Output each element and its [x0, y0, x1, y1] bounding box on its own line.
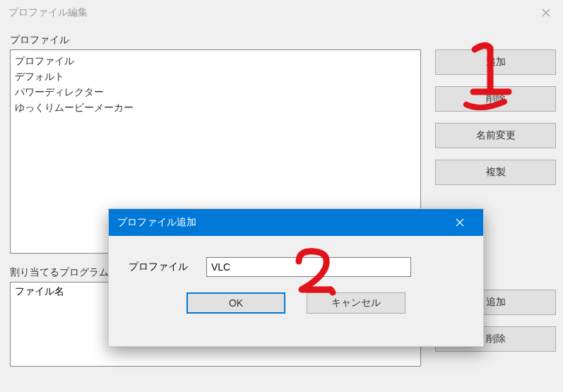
add-program-label: 追加 — [486, 296, 506, 309]
add-profile-button[interactable]: 追加 — [435, 49, 556, 75]
dialog-buttons: OK キャンセル — [129, 292, 463, 314]
close-icon[interactable] — [538, 4, 555, 21]
main-titlebar: プロファイル編集 — [0, 0, 563, 25]
profile-name-label: プロファイル — [129, 261, 206, 273]
ok-label: OK — [229, 297, 243, 309]
list-item[interactable]: デフォルト — [15, 69, 416, 84]
dialog-body: プロファイル OK キャンセル — [109, 236, 483, 321]
remove-profile-button[interactable]: 削除 — [435, 86, 556, 112]
duplicate-profile-button[interactable]: 複製 — [435, 160, 556, 185]
dialog-close-button[interactable] — [445, 209, 475, 236]
close-icon — [456, 218, 464, 227]
rename-profile-button[interactable]: 名前変更 — [435, 123, 556, 148]
cancel-button[interactable]: キャンセル — [307, 292, 405, 314]
rename-profile-label: 名前変更 — [476, 129, 516, 142]
duplicate-profile-label: 複製 — [486, 166, 506, 179]
dialog-title: プロファイル追加 — [117, 216, 196, 229]
list-item[interactable]: プロファイル — [15, 53, 416, 69]
ok-button[interactable]: OK — [186, 292, 285, 314]
dialog-titlebar: プロファイル追加 — [109, 209, 483, 236]
remove-program-label: 削除 — [486, 333, 506, 345]
window-title: プロファイル編集 — [8, 6, 88, 19]
profile-name-input[interactable] — [206, 257, 411, 277]
cancel-label: キャンセル — [331, 297, 381, 309]
profile-name-row: プロファイル — [129, 257, 463, 277]
list-item[interactable]: パワーディレクター — [15, 84, 416, 100]
profiles-label: プロファイル — [10, 34, 557, 47]
add-profile-dialog: プロファイル追加 プロファイル OK キャンセル — [108, 208, 484, 347]
list-item[interactable]: ゆっくりムービーメーカー — [15, 100, 416, 115]
add-profile-label: 追加 — [486, 56, 506, 69]
remove-profile-label: 削除 — [486, 93, 506, 105]
